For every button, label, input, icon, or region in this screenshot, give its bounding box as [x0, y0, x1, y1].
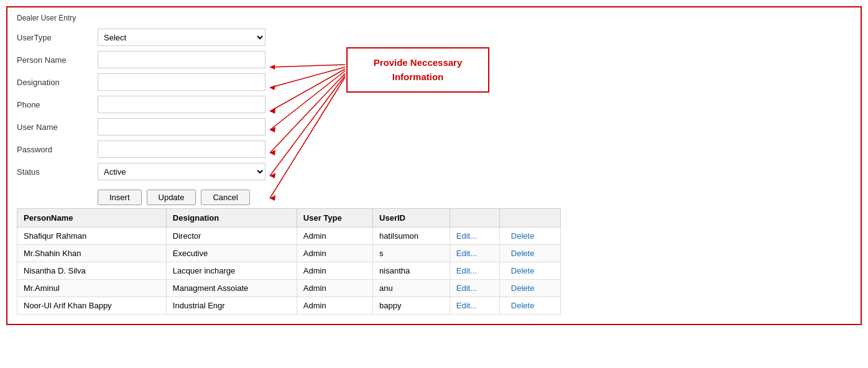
- cell-designation: Executive: [166, 245, 297, 262]
- edit-link[interactable]: Edit...: [456, 301, 477, 310]
- cell-edit[interactable]: Edit...: [450, 280, 499, 297]
- cell-user-type: Admin: [297, 245, 372, 262]
- data-table: PersonName Designation User Type UserID …: [17, 208, 561, 315]
- password-row: Password: [17, 140, 851, 158]
- col-user-type: User Type: [297, 209, 372, 228]
- cell-user-id: anu: [373, 280, 450, 297]
- delete-link[interactable]: Delete: [511, 231, 535, 241]
- usertype-row: UserType Select Admin User Manager: [17, 29, 851, 46]
- insert-button[interactable]: Insert: [98, 190, 142, 205]
- button-row: Insert Update Cancel: [98, 190, 851, 205]
- edit-link[interactable]: Edit...: [456, 231, 477, 241]
- usertype-select[interactable]: Select Admin User Manager: [98, 29, 265, 46]
- delete-link[interactable]: Delete: [511, 301, 535, 310]
- username-row: User Name: [17, 118, 851, 136]
- cell-designation: Industrial Engr: [166, 297, 297, 315]
- cell-edit[interactable]: Edit...: [450, 245, 499, 262]
- cell-person-name: Shafiqur Rahman: [17, 228, 167, 245]
- designation-input[interactable]: [98, 73, 265, 91]
- col-delete-header: [499, 209, 560, 228]
- cell-user-id: s: [373, 245, 450, 262]
- cell-edit[interactable]: Edit...: [450, 228, 499, 245]
- cell-delete[interactable]: Delete: [499, 245, 560, 262]
- usertype-label: UserType: [17, 33, 98, 42]
- designation-label: Designation: [17, 78, 98, 87]
- status-label: Status: [17, 167, 98, 177]
- username-input[interactable]: [98, 118, 265, 136]
- col-edit-header: [450, 209, 499, 228]
- main-container: Dealer User Entry: [6, 6, 862, 325]
- cell-person-name: Mr.Aminul: [17, 280, 167, 297]
- delete-link[interactable]: Delete: [511, 249, 535, 258]
- edit-link[interactable]: Edit...: [456, 266, 477, 275]
- cell-user-type: Admin: [297, 262, 372, 280]
- col-person-name: PersonName: [17, 209, 167, 228]
- cell-person-name: Mr.Shahin Khan: [17, 245, 167, 262]
- person-name-input[interactable]: [98, 51, 265, 68]
- cell-delete[interactable]: Delete: [499, 297, 560, 315]
- cell-user-type: Admin: [297, 280, 372, 297]
- cell-delete[interactable]: Delete: [499, 228, 560, 245]
- table-row: Mr.Shahin Khan Executive Admin s Edit...…: [17, 245, 561, 262]
- phone-input[interactable]: [98, 96, 265, 113]
- col-designation: Designation: [166, 209, 297, 228]
- edit-link[interactable]: Edit...: [456, 283, 477, 293]
- password-input[interactable]: [98, 140, 265, 158]
- table-row: Nisantha D. Silva Lacquer incharge Admin…: [17, 262, 561, 280]
- callout-box: Provide Neccessary Information: [346, 47, 489, 93]
- table-row: Noor-Ul Arif Khan Bappy Industrial Engr …: [17, 297, 561, 315]
- cell-edit[interactable]: Edit...: [450, 262, 499, 280]
- cell-delete[interactable]: Delete: [499, 262, 560, 280]
- person-name-label: Person Name: [17, 55, 98, 65]
- delete-link[interactable]: Delete: [511, 283, 535, 293]
- cancel-button[interactable]: Cancel: [201, 190, 249, 205]
- cell-delete[interactable]: Delete: [499, 280, 560, 297]
- delete-link[interactable]: Delete: [511, 266, 535, 275]
- phone-row: Phone: [17, 96, 851, 113]
- cell-designation: Director: [166, 228, 297, 245]
- cell-edit[interactable]: Edit...: [450, 297, 499, 315]
- cell-user-type: Admin: [297, 297, 372, 315]
- status-select[interactable]: Active Inactive: [98, 163, 265, 180]
- table-header-row: PersonName Designation User Type UserID: [17, 209, 561, 228]
- cell-designation: Managment Assoiate: [166, 280, 297, 297]
- table-row: Mr.Aminul Managment Assoiate Admin anu E…: [17, 280, 561, 297]
- cell-user-id: hatilsumon: [373, 228, 450, 245]
- col-user-id: UserID: [373, 209, 450, 228]
- cell-user-type: Admin: [297, 228, 372, 245]
- phone-label: Phone: [17, 100, 98, 109]
- update-button[interactable]: Update: [147, 190, 196, 205]
- cell-user-id: bappy: [373, 297, 450, 315]
- status-row: Status Active Inactive: [17, 163, 851, 180]
- table-row: Shafiqur Rahman Director Admin hatilsumo…: [17, 228, 561, 245]
- password-label: Password: [17, 145, 98, 154]
- cell-person-name: Noor-Ul Arif Khan Bappy: [17, 297, 167, 315]
- username-label: User Name: [17, 122, 98, 132]
- section-title: Dealer User Entry: [17, 14, 851, 22]
- form-area: Provide Neccessary Information UserType …: [17, 29, 851, 180]
- edit-link[interactable]: Edit...: [456, 249, 477, 258]
- cell-person-name: Nisantha D. Silva: [17, 262, 167, 280]
- cell-user-id: nisantha: [373, 262, 450, 280]
- cell-designation: Lacquer incharge: [166, 262, 297, 280]
